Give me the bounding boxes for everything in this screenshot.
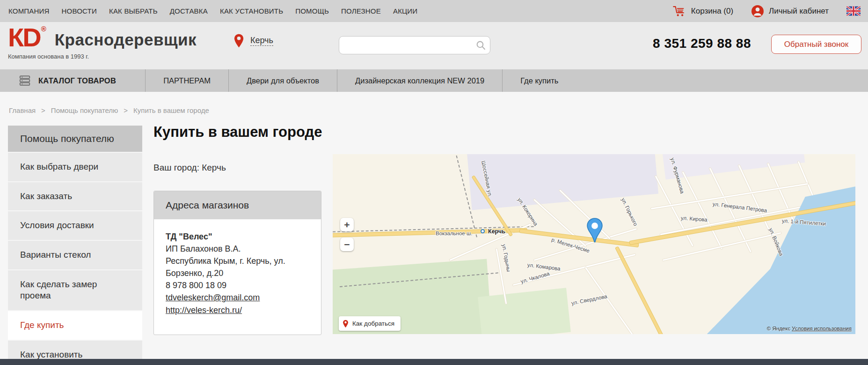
topbar-menu-item[interactable]: КАК УСТАНОВИТЬ: [220, 7, 283, 15]
cart-button[interactable]: Корзина (0): [672, 5, 733, 17]
store-card-title: Адреса магазинов: [154, 191, 321, 219]
yandex-map[interactable]: Шоссейная ул.ул. Кокоринаул. Фурмановаул…: [333, 154, 855, 334]
map-attribution: © Яндекс Условия использования: [767, 326, 852, 331]
map-placemark-icon[interactable]: [586, 218, 603, 243]
map-copyright: © Яндекс: [767, 326, 790, 331]
cart-label: Корзина (0): [691, 7, 733, 16]
directions-label: Как добраться: [352, 320, 394, 327]
header-phone: 8 351 259 88 88: [653, 36, 751, 51]
map-street-label: ул. Годыны: [501, 244, 511, 272]
breadcrumb-separator: >: [124, 106, 128, 114]
breadcrumb-item[interactable]: Помощь покупателю: [51, 106, 118, 114]
store-address-line: Республика Крым, г. Керчь, ул. Борзенко,…: [166, 255, 309, 279]
sidebar-item[interactable]: Условия доставки: [8, 211, 142, 241]
topbar-menu-item[interactable]: ДОСТАВКА: [170, 7, 208, 15]
nav-catalog-label: КАТАЛОГ ТОВАРОВ: [38, 76, 116, 85]
map-directions-button[interactable]: Как добраться: [339, 316, 401, 331]
nav-item[interactable]: Двери для объектов: [228, 69, 337, 92]
store-email-link[interactable]: tdveleskerch@gmail.com: [166, 291, 260, 304]
your-city-label: Ваш город:: [153, 163, 199, 172]
store-address-line: 8 978 800 18 09: [166, 279, 309, 291]
search-input[interactable]: [339, 36, 490, 54]
map-main-road: [520, 229, 639, 247]
map-street-label: ул. Войкова: [768, 227, 784, 257]
page-title: Купить в вашем городе: [153, 124, 322, 141]
callback-button[interactable]: Обратный звонок: [771, 35, 861, 54]
city-selector-link[interactable]: Керчь: [250, 36, 273, 46]
nav-item-catalog[interactable]: КАТАЛОГ ТОВАРОВ: [0, 69, 145, 92]
topbar-menu: КОМПАНИЯНОВОСТИКАК ВЫБРАТЬДОСТАВКАКАК УС…: [8, 7, 417, 15]
location-pin-icon: [233, 33, 244, 48]
map-road: [663, 232, 781, 261]
search-icon[interactable]: [476, 40, 486, 50]
store-card-body: ТД "Велес" ИП Балахонов В.А.Республика К…: [154, 219, 321, 328]
page: КОМПАНИЯНОВОСТИКАК ВЫБРАТЬДОСТАВКАКАК УС…: [0, 0, 868, 365]
nav-item[interactable]: Где купить: [502, 69, 576, 92]
store-lines: ИП Балахонов В.А.Республика Крым, г. Кер…: [166, 243, 309, 291]
sidebar-item[interactable]: Как сделать замер проема: [8, 270, 142, 311]
main-nav: КАТАЛОГ ТОВАРОВ ПАРТНЕРАМДвери для объек…: [0, 69, 868, 92]
sidebar-item[interactable]: Как выбрать двери: [8, 153, 142, 182]
map-street-label: ул. Генерала Петрова: [712, 201, 767, 213]
city-selector: Керчь: [233, 33, 273, 48]
sidebar-title: Помощь покупателю: [8, 126, 142, 153]
map-street-label: ул. Горького: [620, 197, 639, 226]
logo-mark: КD: [8, 24, 40, 51]
your-city: Ваш город: Керчь: [153, 163, 226, 173]
logo-registered-mark: ®: [41, 25, 46, 33]
breadcrumb-item: Купить в вашем городе: [133, 106, 209, 114]
logo[interactable]: КD ® Краснодеревщик: [8, 24, 197, 51]
topbar-menu-item[interactable]: КОМПАНИЯ: [8, 7, 50, 15]
topbar: КОМПАНИЯНОВОСТИКАК ВЫБРАТЬДОСТАВКАКАК УС…: [0, 0, 868, 22]
nav-item[interactable]: ПАРТНЕРАМ: [145, 69, 228, 92]
map-street-label: ул. Комарова: [527, 262, 561, 272]
logo-tagline: Компания основана в 1993 г.: [8, 53, 89, 60]
sidebar-item[interactable]: Варианты стекол: [8, 241, 142, 270]
sidebar: Помощь покупателю Как выбрать двериКак з…: [8, 126, 142, 365]
topbar-menu-item[interactable]: ПОМОЩЬ: [295, 7, 329, 15]
account-icon: [751, 5, 764, 18]
breadcrumb-item[interactable]: Главная: [9, 106, 36, 114]
search: [339, 36, 490, 54]
directions-pin-icon: [343, 320, 349, 328]
map-street-label: Вокзальное ш.: [436, 231, 472, 236]
map-zoom-in-button[interactable]: +: [340, 218, 354, 231]
map-station-label: Керчь: [488, 228, 505, 235]
logo-wordmark: Краснодеревщик: [55, 30, 197, 49]
map-terms-link[interactable]: Условия использования: [792, 326, 852, 331]
account-label: Личный кабинет: [769, 7, 829, 16]
store-address-line: ИП Балахонов В.А.: [166, 243, 309, 255]
map-street-label: ул. Свердлова: [571, 293, 608, 306]
catalog-icon: [18, 75, 31, 86]
sidebar-item[interactable]: Как заказать: [8, 182, 142, 212]
your-city-link[interactable]: Керчь: [202, 163, 226, 172]
header: КD ® Краснодеревщик Компания основана в …: [0, 22, 868, 69]
breadcrumb: Главная>Помощь покупателю>Купить в вашем…: [9, 106, 209, 114]
store-website-link[interactable]: http://veles-kerch.ru/: [166, 304, 242, 316]
account-button[interactable]: Личный кабинет: [751, 5, 829, 18]
store-name: ТД "Велес": [166, 231, 309, 243]
language-flag-uk-icon[interactable]: [846, 6, 861, 16]
map-area: [466, 154, 658, 210]
topbar-menu-item[interactable]: ПОЛЕЗНОЕ: [341, 7, 381, 15]
topbar-right: Корзина (0) Личный кабинет: [672, 5, 861, 18]
map-area: [660, 154, 805, 179]
map-zoom-out-button[interactable]: −: [340, 238, 354, 251]
topbar-menu-item[interactable]: КАК ВЫБРАТЬ: [109, 7, 158, 15]
sidebar-item[interactable]: Где купить: [8, 311, 142, 341]
map-street-label: ул. Кирова: [681, 215, 708, 223]
footer-strip: [0, 359, 868, 365]
nav-item[interactable]: Дизайнерская коллекция NEW 2019: [337, 69, 502, 92]
topbar-menu-item[interactable]: НОВОСТИ: [62, 7, 97, 15]
topbar-menu-item[interactable]: АКЦИИ: [393, 7, 417, 15]
cart-icon: [672, 5, 686, 17]
store-addresses-card: Адреса магазинов ТД "Велес" ИП Балахонов…: [153, 191, 321, 335]
map-area: [478, 288, 571, 334]
breadcrumb-separator: >: [41, 106, 45, 114]
map-station-dot: [481, 229, 485, 233]
